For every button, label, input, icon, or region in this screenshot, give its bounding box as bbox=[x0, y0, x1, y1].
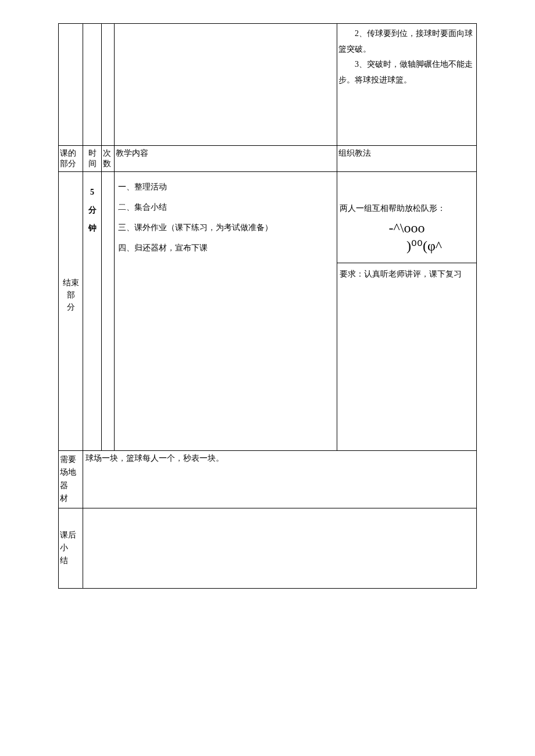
summary-label: 课后小 结 bbox=[59, 508, 83, 588]
formation-diagram: -^\ooo )⁰⁰(φ^ bbox=[340, 216, 474, 259]
end-part-l2: 分 bbox=[67, 303, 75, 311]
header-time: 时间 bbox=[83, 146, 102, 172]
lesson-plan-table: 2、传球要到位，接球时要面向球篮突破。 3、突破时，做轴脚碾住地不能走步。将球投… bbox=[58, 23, 477, 589]
equipment-row: 需要 场地器 材 球场一块，篮球每人一个，秒表一块。 bbox=[59, 451, 477, 508]
end-item-4: 四、归还器材，宣布下课 bbox=[118, 238, 333, 258]
org-block-2: 要求：认真听老师讲评，课下复习 bbox=[337, 263, 476, 285]
end-count bbox=[102, 172, 115, 451]
top-col4 bbox=[115, 24, 337, 146]
end-part-l1: 结束部 bbox=[63, 278, 79, 299]
top-col3 bbox=[102, 24, 115, 146]
end-org: 两人一组互相帮助放松队形： -^\ooo )⁰⁰(φ^ 要求：认真听老师讲评，课… bbox=[337, 172, 477, 451]
header-count: 次数 bbox=[102, 146, 115, 172]
end-part-label: 结束部 分 bbox=[59, 172, 83, 451]
org-intro: 两人一组互相帮助放松队形： bbox=[340, 201, 474, 216]
end-section-row: 结束部 分 5 分 钟 一、整理活动 二、集合小结 三、课外作业（课下练习，为考… bbox=[59, 172, 477, 451]
diagram-line-2: )⁰⁰(φ^ bbox=[340, 237, 474, 255]
end-item-3: 三、课外作业（课下练习，为考试做准备） bbox=[118, 217, 333, 238]
top-col2 bbox=[83, 24, 102, 146]
end-item-2: 二、集合小结 bbox=[118, 197, 333, 217]
header-content: 教学内容 bbox=[115, 146, 337, 172]
equip-l2: 场地器 bbox=[60, 468, 76, 489]
header-row: 课的部分 时间 次数 教学内容 组织教法 bbox=[59, 146, 477, 172]
end-time-l1: 5 bbox=[90, 188, 94, 196]
header-org: 组织教法 bbox=[337, 146, 477, 172]
instruction-3: 3、突破时，做轴脚碾住地不能走步。将球投进球篮。 bbox=[338, 57, 475, 88]
summary-value bbox=[83, 508, 477, 588]
summary-l2: 结 bbox=[60, 556, 68, 565]
summary-row: 课后小 结 bbox=[59, 508, 477, 588]
end-item-1: 一、整理活动 bbox=[118, 177, 333, 197]
top-instructions: 2、传球要到位，接球时要面向球篮突破。 3、突破时，做轴脚碾住地不能走步。将球投… bbox=[337, 24, 477, 146]
end-content: 一、整理活动 二、集合小结 三、课外作业（课下练习，为考试做准备） 四、归还器材… bbox=[115, 172, 337, 451]
header-part: 课的部分 bbox=[59, 146, 83, 172]
equip-l3: 材 bbox=[60, 494, 68, 503]
top-col1 bbox=[59, 24, 83, 146]
org-block-1: 两人一组互相帮助放松队形： -^\ooo )⁰⁰(φ^ bbox=[337, 172, 476, 263]
end-time: 5 分 钟 bbox=[83, 172, 102, 451]
end-time-l2: 分 bbox=[88, 206, 97, 214]
summary-l1: 课后小 bbox=[60, 531, 76, 552]
instruction-2: 2、传球要到位，接球时要面向球篮突破。 bbox=[338, 26, 475, 57]
equipment-value: 球场一块，篮球每人一个，秒表一块。 bbox=[83, 451, 477, 508]
equipment-label: 需要 场地器 材 bbox=[59, 451, 83, 508]
org-requirement: 要求：认真听老师讲评，课下复习 bbox=[340, 267, 474, 281]
top-row: 2、传球要到位，接球时要面向球篮突破。 3、突破时，做轴脚碾住地不能走步。将球投… bbox=[59, 24, 477, 146]
equip-l1: 需要 bbox=[60, 455, 76, 464]
diagram-line-1: -^\ooo bbox=[340, 219, 474, 237]
end-time-l3: 钟 bbox=[88, 224, 97, 232]
